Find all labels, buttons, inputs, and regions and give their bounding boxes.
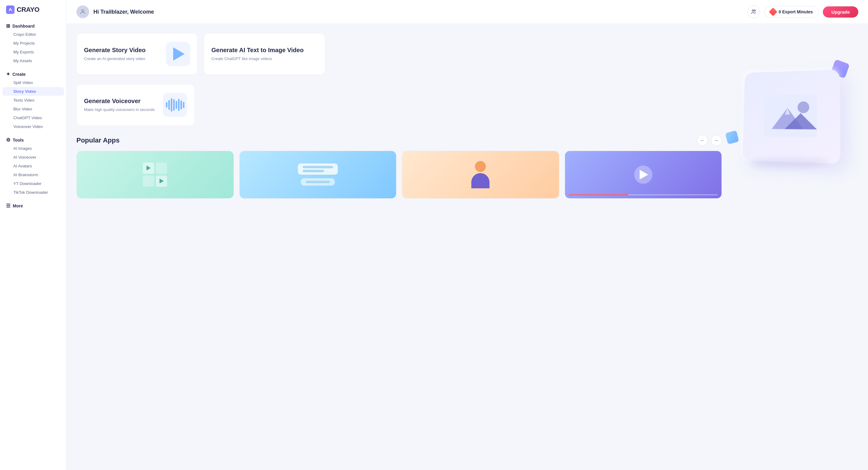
prev-arrow[interactable]: ← — [697, 135, 708, 146]
feature-card-voiceover[interactable]: Generate Voiceover Make high quality voi… — [76, 84, 195, 126]
avatar-head — [475, 161, 486, 172]
hero-mountain-svg — [763, 94, 818, 138]
logo-text: CRAYO — [17, 6, 39, 13]
hero-area — [722, 33, 858, 199]
more-icon: ☰ — [6, 203, 10, 209]
sidebar-item-texts-video[interactable]: Texts Video — [2, 96, 64, 104]
export-minutes-label: 0 Export Minutes — [778, 9, 813, 14]
community-button[interactable] — [747, 5, 760, 18]
card-desc-voice: Make high quality voiceovers in seconds — [84, 107, 157, 113]
split-cell-1 — [143, 162, 154, 174]
sidebar-item-ai-images[interactable]: AI Images — [2, 144, 64, 153]
sidebar-item-ai-brainstorm[interactable]: AI Brainstorm — [2, 170, 64, 179]
nav-arrows: ← → — [697, 135, 722, 146]
card-icon-story — [166, 42, 190, 66]
bubble-line-1 — [303, 166, 333, 168]
sidebar-item-my-exports[interactable]: My Exports — [2, 48, 64, 56]
main-content: Hi Trailblazer, Welcome 0 Export Minutes… — [67, 0, 868, 470]
card-title-voice: Generate Voiceover — [84, 97, 157, 105]
topbar-left: Hi Trailblazer, Welcome — [76, 5, 154, 18]
vo-progress-fill — [569, 194, 628, 195]
split-cell-2 — [156, 162, 167, 174]
wave-bar-6 — [178, 99, 180, 111]
logo[interactable]: CRAYO — [0, 5, 66, 20]
feature-card-ai-text-image[interactable]: Generate AI Text to Image Video Create C… — [204, 33, 325, 75]
hero-shadow — [751, 158, 830, 167]
vo-progress-bar — [569, 194, 718, 195]
upgrade-button[interactable]: Upgrade — [823, 6, 858, 18]
app-thumb-voiceover-story — [565, 151, 722, 198]
popular-apps-header: Popular Apps ← → — [76, 135, 722, 146]
tools-icon: ⚙ — [6, 137, 10, 143]
avatar-person — [471, 161, 490, 188]
sidebar: CRAYO ⊞ Dashboard Crayo Editor My Projec… — [0, 0, 67, 470]
wave-icon — [166, 98, 184, 112]
bubble-line-3 — [306, 181, 330, 183]
avatar — [76, 5, 89, 18]
wave-bar-2 — [168, 100, 170, 110]
svg-point-2 — [752, 10, 754, 11]
card-title-story: Generate Story Video — [84, 46, 160, 54]
feature-card-story-video[interactable]: Generate Story Video Create an AI-genera… — [76, 33, 198, 75]
svg-point-3 — [754, 10, 755, 11]
sidebar-item-voiceover-video[interactable]: Voiceover Video — [2, 122, 64, 131]
app-body-ai-avatars: AI Avatars Create AI avatars to say anyt… — [402, 198, 559, 199]
play-icon — [173, 47, 185, 61]
wave-bar-5 — [176, 101, 177, 109]
hero-gem-left — [725, 130, 739, 145]
page-content: Generate Story Video Create an AI-genera… — [67, 24, 868, 470]
vo-timeline — [569, 194, 718, 195]
sidebar-item-split-video[interactable]: Split Video — [2, 78, 64, 87]
sidebar-item-tiktok-downloader[interactable]: TikTok Downloader — [2, 188, 64, 197]
apps-grid: Splitscreen Video Create split-screen co… — [76, 151, 722, 199]
feature-cards-grid: Generate Story Video Create an AI-genera… — [76, 33, 325, 75]
sidebar-item-my-assets[interactable]: My Assets — [2, 56, 64, 65]
next-arrow[interactable]: → — [711, 135, 722, 146]
create-icon: ✦ — [6, 71, 10, 77]
sidebar-item-story-video[interactable]: Story Video — [2, 87, 64, 96]
app-body-voiceover-story: Voiceover Story Create wholesome, scary,… — [565, 198, 722, 199]
split-cell-3 — [143, 176, 154, 187]
wave-bar-1 — [166, 102, 167, 108]
card-text-voice: Generate Voiceover Make high quality voi… — [84, 97, 157, 113]
avatar-body — [471, 173, 490, 188]
sidebar-section-more[interactable]: ☰ More — [0, 200, 66, 210]
card-desc-ai: Create ChatGPT like image videos — [211, 56, 317, 62]
app-thumb-splitscreen — [77, 151, 234, 198]
voiceover-play-icon — [640, 170, 648, 180]
dashboard-icon: ⊞ — [6, 23, 10, 29]
app-card-splitscreen[interactable]: Splitscreen Video Create split-screen co… — [76, 151, 234, 199]
bubble-2 — [301, 178, 335, 186]
sidebar-item-ai-voiceover[interactable]: AI Voiceover — [2, 153, 64, 162]
sidebar-item-chatgpt-video[interactable]: ChatGPT Video — [2, 114, 64, 122]
app-card-fake-texts[interactable]: Fake Texts Video Create fake text conver… — [239, 151, 397, 199]
bubble-1 — [298, 163, 338, 175]
app-body-splitscreen: Splitscreen Video Create split-screen co… — [77, 198, 234, 199]
app-card-ai-avatars[interactable]: AI Avatars Create AI avatars to say anyt… — [402, 151, 559, 199]
card-text-story: Generate Story Video Create an AI-genera… — [84, 46, 160, 62]
sidebar-item-crayo-editor[interactable]: Crayo Editor — [2, 30, 64, 39]
bubble-line-2 — [303, 170, 324, 172]
welcome-text: Hi Trailblazer, Welcome — [93, 9, 154, 15]
app-thumb-ai-avatars — [402, 151, 559, 198]
app-thumb-fake-texts — [240, 151, 396, 198]
sidebar-item-my-projects[interactable]: My Projects — [2, 39, 64, 48]
app-card-voiceover-story[interactable]: Voiceover Story Create wholesome, scary,… — [565, 151, 722, 199]
card-desc-story: Create an AI-generated story video — [84, 56, 160, 62]
sidebar-item-ai-avatars[interactable]: AI Avatars — [2, 162, 64, 170]
hero-card-3d — [742, 69, 840, 164]
split-play-icon-2 — [159, 179, 164, 183]
sidebar-item-blur-video[interactable]: Blur Video — [2, 104, 64, 114]
wave-bar-7 — [181, 100, 182, 109]
export-minutes-button[interactable]: 0 Export Minutes — [764, 6, 818, 18]
app-body-fake-texts: Fake Texts Video Create fake text conver… — [240, 198, 396, 199]
svg-point-1 — [82, 10, 84, 12]
content-wrapper: Generate Story Video Create an AI-genera… — [76, 33, 858, 199]
sidebar-item-yt-downloader[interactable]: YT Downloader — [2, 179, 64, 188]
topbar-right: 0 Export Minutes Upgrade — [747, 5, 858, 18]
split-play-icon — [147, 165, 151, 170]
sidebar-section-create: ✦ Create — [0, 68, 66, 78]
feature-cards-area: Generate Story Video Create an AI-genera… — [76, 33, 722, 199]
sidebar-section-dashboard: ⊞ Dashboard — [0, 20, 66, 30]
sidebar-section-tools: ⚙ Tools — [0, 134, 66, 144]
